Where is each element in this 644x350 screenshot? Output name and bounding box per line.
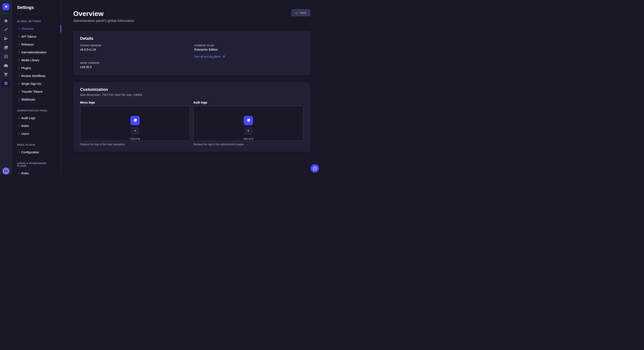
sidebar-item-api-tokens[interactable]: API Tokens xyxy=(12,32,61,40)
help-button[interactable]: ? xyxy=(310,164,319,173)
auth-logo-hint: Replace the logo in the authentication p… xyxy=(193,143,303,146)
plus-icon: + xyxy=(134,129,136,133)
auth-logo-block: Auth logo + logo.png Replace the logo xyxy=(193,101,303,146)
subnav-divider xyxy=(17,14,22,14)
menu-logo-dropzone[interactable]: + logo.png xyxy=(80,106,190,141)
menu-logo-preview xyxy=(130,116,140,125)
page-title: Overview xyxy=(73,9,134,18)
auth-logo-label: Auth logo xyxy=(193,101,303,104)
sidebar-item-media-library[interactable]: Media Library xyxy=(12,56,61,64)
sidebar-item-webhooks[interactable]: Webhooks xyxy=(12,95,61,103)
menu-logo-filename: logo.png xyxy=(130,137,140,140)
current-plan-value: Enterprise Edition xyxy=(194,48,303,51)
main-content: Overview Administration panel's global i… xyxy=(61,0,322,175)
strapi-version-value: v5.0.0-rc.19 xyxy=(80,48,189,51)
subnav-title: Settings xyxy=(17,5,56,10)
nav-items-administration-panel: Audit Logs Roles Users xyxy=(12,114,61,138)
logo-grid: Menu logo + logo.png Replace the logo xyxy=(80,101,303,146)
cloud-icon[interactable] xyxy=(2,61,10,70)
strapi-logo-icon xyxy=(246,118,251,123)
auth-logo-filename: logo.png xyxy=(244,137,253,140)
save-button-label: Save xyxy=(300,11,306,14)
plus-icon: + xyxy=(247,129,250,133)
sidebar-item-review-workflows[interactable]: Review Workflows xyxy=(12,72,61,80)
strapi-logo-glyph xyxy=(4,5,8,9)
sidebar-item-audit-logs[interactable]: Audit Logs xyxy=(12,114,61,122)
sidebar-item-plugins[interactable]: Plugins xyxy=(12,64,61,72)
rail-logo-area xyxy=(0,0,12,14)
question-mark-icon: ? xyxy=(313,167,317,171)
shopping-cart-icon[interactable] xyxy=(2,70,10,79)
rail-icon-list xyxy=(2,14,10,88)
node-version-label: NODE VERSION xyxy=(80,62,189,64)
sidebar-item-up-roles[interactable]: Roles xyxy=(12,169,61,175)
strapi-version-field: STRAPI VERSION v5.0.0-rc.19 xyxy=(80,44,189,51)
strapi-logo-icon xyxy=(132,118,138,123)
node-version-value: v18.20.3 xyxy=(80,65,189,69)
current-plan-field: CURRENT PLAN Enterprise Edition xyxy=(194,44,303,51)
details-grid: STRAPI VERSION v5.0.0-rc.19 NODE VERSION… xyxy=(80,44,303,69)
sidebar-item-single-sign-on[interactable]: Single Sign-On xyxy=(12,80,61,88)
section-label-users-permissions-plugin: USERS & PERMISSIONS PLUGIN xyxy=(17,162,56,167)
gear-icon[interactable] xyxy=(2,79,10,88)
pricing-plans-link[interactable]: See all pricing plans xyxy=(194,55,225,58)
customization-card-subtitle: Max dimension: 750×750, Max file size: 1… xyxy=(80,93,303,97)
node-version-field: NODE VERSION v18.20.3 xyxy=(80,62,189,69)
section-label-administration-panel: ADMINISTRATION PANEL xyxy=(17,109,56,112)
customization-card-title: Customization xyxy=(80,87,303,92)
main-nav-rail: KD xyxy=(0,0,12,175)
auth-logo-preview xyxy=(244,116,253,125)
page-header-text: Overview Administration panel's global i… xyxy=(73,9,134,23)
layout-icon[interactable] xyxy=(2,52,10,61)
sidebar-item-admin-roles[interactable]: Roles xyxy=(12,122,61,130)
menu-logo-label: Menu logo xyxy=(80,101,190,104)
sidebar-item-users[interactable]: Users xyxy=(12,130,61,138)
details-card-title: Details xyxy=(80,36,303,41)
quill-pen-icon[interactable] xyxy=(2,25,10,34)
auth-logo-add-button[interactable]: + xyxy=(245,127,252,134)
details-left-column: STRAPI VERSION v5.0.0-rc.19 NODE VERSION… xyxy=(80,44,189,69)
page-header: Overview Administration panel's global i… xyxy=(73,0,310,23)
nav-items-global-settings: Overview API Tokens Releases Internation… xyxy=(12,25,61,103)
save-button[interactable]: Save xyxy=(292,9,310,16)
details-card: Details STRAPI VERSION v5.0.0-rc.19 NODE… xyxy=(73,31,310,75)
page-subtitle: Administration panel's global informatio… xyxy=(73,18,134,23)
strapi-admin-app: KD Settings GLOBAL SETTINGS Overview API… xyxy=(0,0,322,175)
home-icon[interactable] xyxy=(2,16,10,25)
nav-items-email-plugin: Configuration xyxy=(12,148,61,156)
external-link-icon xyxy=(222,55,225,58)
menu-logo-block: Menu logo + logo.png Replace the logo xyxy=(80,101,190,146)
strapi-version-label: STRAPI VERSION xyxy=(80,44,189,47)
section-label-email-plugin: EMAIL PLUGIN xyxy=(17,144,56,146)
menu-logo-hint: Replace the logo in the main navigation xyxy=(80,143,190,146)
sidebar-item-internationalization[interactable]: Internationalization xyxy=(12,48,61,56)
sidebar-item-configuration[interactable]: Configuration xyxy=(12,148,61,156)
sidebar-item-overview[interactable]: Overview xyxy=(12,25,61,32)
section-label-global-settings: GLOBAL SETTINGS xyxy=(17,20,56,22)
customization-card: Customization Max dimension: 750×750, Ma… xyxy=(73,82,310,152)
details-right-column: CURRENT PLAN Enterprise Edition See all … xyxy=(194,44,303,69)
rail-user-area: KD xyxy=(0,164,12,175)
pictures-icon[interactable] xyxy=(2,43,10,52)
current-plan-label: CURRENT PLAN xyxy=(194,44,303,47)
paper-plane-icon[interactable] xyxy=(2,34,10,43)
sidebar-item-transfer-tokens[interactable]: Transfer Tokens xyxy=(12,88,61,95)
auth-logo-dropzone[interactable]: + logo.png xyxy=(193,106,303,141)
avatar[interactable]: KD xyxy=(2,168,9,174)
settings-subnav: Settings GLOBAL SETTINGS Overview API To… xyxy=(12,0,61,175)
strapi-logo[interactable] xyxy=(2,3,9,10)
menu-logo-add-button[interactable]: + xyxy=(132,127,138,134)
nav-items-users-permissions-plugin: Roles Providers xyxy=(12,169,61,175)
sidebar-item-releases[interactable]: Releases xyxy=(12,40,61,48)
subnav-header: Settings xyxy=(12,0,61,14)
check-icon xyxy=(295,11,298,14)
pricing-plans-link-label: See all pricing plans xyxy=(194,55,221,58)
